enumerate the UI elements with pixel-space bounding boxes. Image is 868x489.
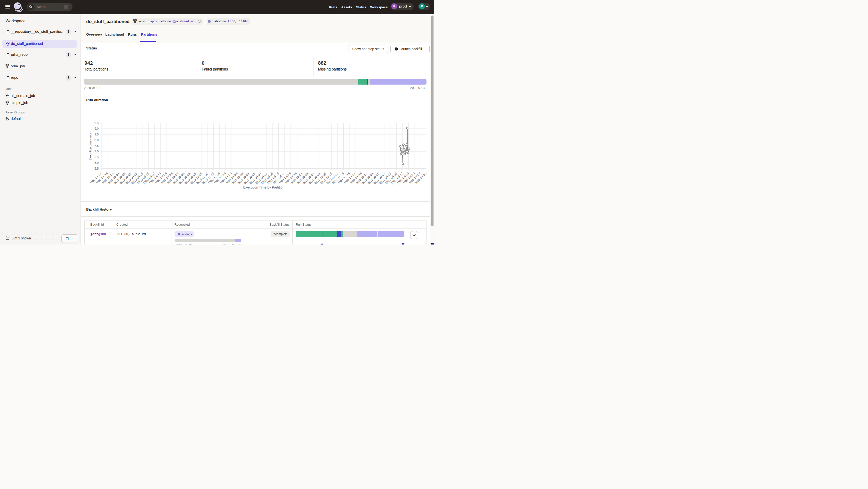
svg-text:9.0: 9.0	[95, 127, 99, 130]
svg-text:8.0: 8.0	[95, 138, 99, 142]
svg-text:Execution time (secs): Execution time (secs)	[89, 131, 92, 160]
svg-text:8.5: 8.5	[95, 133, 99, 136]
svg-text:5.5: 5.5	[95, 167, 99, 170]
svg-text:7.5: 7.5	[95, 144, 99, 148]
svg-text:7.0: 7.0	[95, 150, 99, 153]
svg-text:6.0: 6.0	[95, 161, 99, 165]
svg-text:6.5: 6.5	[95, 156, 99, 159]
svg-text:9.5: 9.5	[95, 121, 99, 125]
svg-text:Execution Time by Partition: Execution Time by Partition	[243, 185, 284, 189]
